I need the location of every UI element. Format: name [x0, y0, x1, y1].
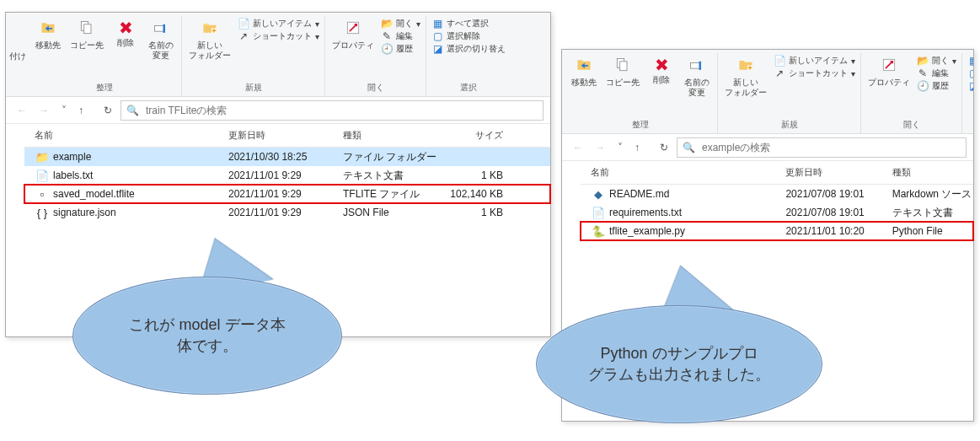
file-row[interactable]: 📄requirements.txt2021/07/08 19:01テキスト文書 [581, 203, 973, 222]
ribbon-group-new: 新しい フォルダー 📄 新しいアイテム ▾ ↗ ショートカット ▾ 新規 [182, 16, 325, 96]
new-item-button[interactable]: 📄 新しいアイテム ▾ [238, 18, 319, 30]
python-file-icon: 🐍 [591, 225, 606, 238]
search-box[interactable]: 🔍 [120, 100, 544, 121]
file-date: 2021/11/01 9:29 [223, 168, 338, 183]
text-file-icon: 📄 [591, 207, 606, 219]
file-name: example [53, 151, 91, 163]
file-row[interactable]: 📄labels.txt2021/11/01 9:29テキスト文書1 KB [24, 166, 550, 185]
shortcut-button[interactable]: ↗ ショートカット ▾ [238, 30, 319, 42]
shortcut-button[interactable]: ↗ ショートカット ▾ [774, 67, 855, 79]
folder-icon: 📁 [35, 151, 50, 164]
address-bar[interactable]: ˅ ↑ [613, 138, 651, 157]
group-label-new: 新規 [781, 117, 798, 133]
header-name[interactable]: 名前 [581, 164, 780, 180]
address-bar[interactable]: ˅ ↑ [56, 101, 95, 120]
delete-button[interactable]: ✖ 削除 [646, 55, 677, 87]
rename-button[interactable]: 名前の 変更 [682, 55, 712, 99]
callout-2: Python のサンプルプロ グラムも出力されました。 [536, 305, 822, 423]
refresh-button[interactable]: ↻ [655, 138, 673, 157]
open-icon: 📂 [917, 55, 929, 67]
file-date: 2021/11/01 9:29 [223, 186, 338, 202]
group-label-open: 開く [903, 117, 920, 133]
open-button[interactable]: 📂 開く ▾ [917, 55, 956, 67]
delete-button[interactable]: ✖ 削除 [110, 18, 141, 50]
header-name[interactable]: 名前 [24, 127, 223, 143]
up-button[interactable]: ↑ [72, 101, 90, 120]
search-input[interactable] [700, 141, 961, 154]
header-type[interactable]: 種類 [338, 127, 436, 143]
group-label-organize: 整理 [632, 117, 649, 133]
svg-rect-1 [84, 24, 91, 34]
edit-button[interactable]: ✎ 編集 [917, 67, 956, 79]
invert-selection-button[interactable]: ◪ 選択の切り替え [431, 43, 506, 55]
rename-icon [688, 56, 705, 76]
callout-1: これが model データ本 体です。 [72, 277, 342, 395]
search-input[interactable] [144, 104, 538, 117]
properties-icon [345, 19, 361, 39]
shortcut-icon: ↗ [774, 67, 785, 79]
ribbon-group-select: ▦ すべて選択 ▢ 選択解除 ◪ 選択の切り 選択 [962, 53, 973, 133]
back-button[interactable]: ← [13, 101, 31, 120]
header-date[interactable]: 更新日時 [780, 164, 886, 180]
up-button[interactable]: ↑ [628, 138, 646, 157]
svg-rect-3 [163, 24, 166, 33]
rename-button[interactable]: 名前の 変更 [146, 18, 176, 62]
invert-selection-button[interactable]: ◪ 選択の切り [967, 80, 973, 92]
file-list: ◆README.md2021/07/08 19:01Markdown ソース📄r… [581, 185, 973, 240]
file-row[interactable]: ▫saved_model.tflite2021/11/01 9:29TFLITE… [24, 185, 550, 203]
history-button[interactable]: 🕘 履歴 [381, 43, 420, 55]
ribbon-group-new: 新しい フォルダー 📄 新しいアイテム ▾ ↗ ショートカット ▾ 新規 [718, 53, 861, 133]
move-to-button[interactable]: 移動先 [569, 55, 599, 89]
select-all-icon: ▦ [431, 18, 443, 30]
move-to-button[interactable]: 移動先 [33, 18, 63, 52]
new-folder-button[interactable]: 新しい フォルダー [723, 55, 768, 99]
properties-icon [881, 56, 897, 76]
file-type: ファイル フォルダー [338, 148, 436, 166]
file-name: saved_model.tflite [53, 188, 135, 200]
forward-button[interactable]: → [591, 138, 609, 157]
ribbon-group-open: プロパティ 📂 開く ▾ ✎ 編集 🕘 履歴 [325, 16, 426, 96]
shortcut-icon: ↗ [238, 30, 249, 42]
select-none-button[interactable]: ▢ 選択解除 [431, 30, 506, 42]
new-item-button[interactable]: 📄 新しいアイテム ▾ [774, 55, 855, 67]
ribbon-group-organize: 移動先 コピー先 ✖ 削除 名前の 変更 [564, 53, 718, 133]
new-folder-button[interactable]: 新しい フォルダー [187, 18, 233, 62]
refresh-button[interactable]: ↻ [99, 101, 117, 120]
chevron-down-icon: ▾ [416, 19, 420, 29]
new-folder-icon [201, 19, 218, 39]
file-row[interactable]: 🐍tflite_example.py2021/11/01 10:20Python… [581, 222, 973, 240]
select-all-button[interactable]: ▦ すべて選択 [431, 18, 506, 30]
properties-button[interactable]: プロパティ [866, 55, 912, 89]
svg-rect-9 [699, 62, 702, 70]
file-type: JSON File [338, 205, 436, 220]
history-icon: 🕘 [381, 43, 393, 55]
forward-button[interactable]: → [35, 101, 53, 120]
select-all-icon: ▦ [967, 55, 973, 67]
back-button[interactable]: ← [569, 138, 587, 157]
select-none-icon: ▢ [967, 67, 973, 79]
paste-label: 付け [8, 16, 28, 96]
search-box[interactable]: 🔍 [677, 137, 967, 158]
ribbon-group-organize: 移動先 コピー先 ✖ 削除 名前の 変更 [28, 16, 182, 96]
markdown-file-icon: ◆ [591, 188, 606, 201]
file-row[interactable]: ◆README.md2021/07/08 19:01Markdown ソース [581, 185, 973, 203]
file-name: tflite_example.py [609, 225, 685, 237]
column-headers: 名前 更新日時 種類 [581, 161, 973, 185]
select-none-button[interactable]: ▢ 選択解除 [967, 67, 973, 79]
invert-icon: ◪ [431, 43, 443, 55]
properties-button[interactable]: プロパティ [330, 18, 376, 52]
file-row[interactable]: 📁example2021/10/30 18:25ファイル フォルダー [24, 148, 550, 166]
copy-to-button[interactable]: コピー先 [604, 55, 641, 89]
select-all-button[interactable]: ▦ すべて選択 [967, 55, 973, 67]
file-row[interactable]: { }signature.json2021/11/01 9:29JSON Fil… [24, 203, 550, 222]
header-date[interactable]: 更新日時 [223, 127, 338, 143]
edit-button[interactable]: ✎ 編集 [381, 30, 420, 42]
history-button[interactable]: 🕘 履歴 [917, 80, 956, 92]
header-type[interactable]: 種類 [887, 164, 973, 180]
copy-to-button[interactable]: コピー先 [68, 18, 105, 52]
header-size[interactable]: サイズ [436, 127, 520, 143]
open-button[interactable]: 📂 開く ▾ [381, 18, 420, 30]
chevron-down-icon: ˅ [618, 142, 623, 153]
new-item-icon: 📄 [238, 18, 249, 30]
edit-icon: ✎ [917, 67, 929, 79]
